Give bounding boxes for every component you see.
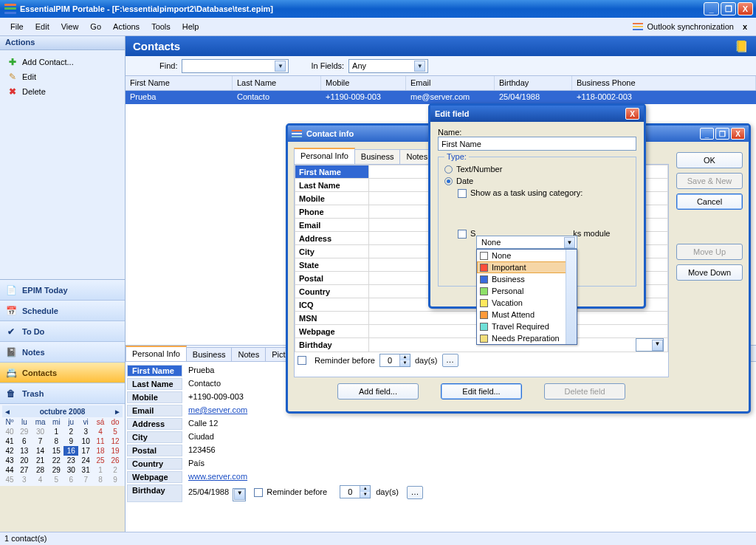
menu-edit[interactable]: Edit [30, 20, 55, 33]
birthday-dropdown[interactable]: ▼ [233, 488, 246, 501]
col-email[interactable]: Email [406, 76, 495, 90]
trash-icon: 🗑 [6, 388, 16, 399]
infields-label: In Fields: [311, 61, 344, 70]
ci-close[interactable]: X [731, 128, 745, 140]
dropdown-item[interactable]: None [477, 250, 577, 261]
reminder-days-spin[interactable]: ▲▼ [340, 485, 371, 498]
category-selected: None [481, 238, 501, 247]
left-panel: Actions ✚ Add Contact... ✎ Edit ✖ Delete… [0, 36, 126, 532]
ci-reminder-check[interactable] [298, 356, 306, 365]
dropdown-item[interactable]: Must Attend [477, 309, 577, 321]
chevron-down-icon: ▼ [414, 61, 425, 72]
category-dropdown[interactable]: NoneImportantBusinessPersonalVacationMus… [476, 249, 577, 345]
lbl-email: Email [127, 405, 182, 417]
outlook-sync-label: Outlook synchronization [647, 22, 733, 31]
grid-header[interactable]: First Name Last Name Mobile Email Birthd… [126, 76, 756, 91]
lbl-postal: Postal [127, 445, 182, 456]
category-combo[interactable]: None ▼ [476, 236, 577, 249]
dropdown-item[interactable]: Business [477, 273, 577, 285]
nav-schedule[interactable]: 📅Schedule [0, 301, 125, 321]
dropdown-scrollbar[interactable] [566, 250, 577, 344]
book-icon: 📒 [735, 40, 749, 53]
nav-trash-label: Trash [22, 389, 44, 398]
chevron-down-icon: ▼ [564, 237, 575, 248]
nav-trash[interactable]: 🗑Trash [0, 383, 125, 404]
ef-close[interactable]: X [625, 108, 639, 120]
reminder-days-input[interactable] [340, 486, 360, 498]
dropdown-item[interactable]: Needs Preparation [477, 332, 577, 344]
outlook-sync[interactable]: Outlook synchronization [628, 21, 738, 32]
nav-contacts[interactable]: 📇Contacts [0, 363, 125, 383]
tab-personal[interactable]: Personal Info [126, 346, 187, 361]
ef-name-input[interactable] [438, 137, 636, 151]
cell-mobile: +1190-009-003 [321, 91, 406, 104]
reminder-checkbox[interactable] [254, 488, 263, 497]
col-businessphone[interactable]: Business Phone [572, 76, 756, 90]
nav-epim-today[interactable]: 📄EPIM Today [0, 280, 125, 301]
menu-file[interactable]: File [4, 20, 30, 33]
ci-maximize[interactable]: ❐ [715, 128, 729, 140]
actions-header: Actions [0, 36, 125, 50]
calendar-table[interactable]: Nºlumamijuvisádo402930123454167891011124… [2, 417, 123, 484]
action-edit[interactable]: ✎ Edit [6, 69, 119, 84]
col-birthday[interactable]: Birthday [495, 76, 572, 90]
table-row[interactable]: Prueba Contacto +1190-009-003 me@server.… [126, 91, 756, 104]
nav-todo[interactable]: ✔To Do [0, 321, 125, 342]
ci-days-label: day(s) [415, 356, 438, 365]
ci-days-spin[interactable]: ▲▼ [379, 354, 410, 367]
ci-tab-business[interactable]: Business [354, 149, 401, 164]
menu-help[interactable]: Help [176, 20, 205, 33]
contacts-title: Contacts [133, 40, 180, 52]
move-down-button[interactable]: Move Down [676, 264, 743, 281]
dropdown-item[interactable]: Vacation [477, 297, 577, 309]
action-add-contact[interactable]: ✚ Add Contact... [6, 55, 119, 69]
ci-more-button[interactable]: … [442, 354, 458, 367]
dropdown-item[interactable]: Important [477, 261, 577, 273]
maximize-button[interactable]: ❐ [721, 2, 736, 16]
days-label: day(s) [376, 487, 399, 496]
menu-view[interactable]: View [55, 20, 85, 33]
cancel-button[interactable]: Cancel [676, 193, 743, 210]
close-button[interactable]: X [738, 2, 753, 16]
ci-minimize[interactable]: _ [700, 128, 714, 140]
ci-days-input[interactable] [380, 354, 399, 366]
nav-notes[interactable]: 📓Notes [0, 342, 125, 363]
col-firstname[interactable]: First Name [126, 76, 233, 90]
close-child-button[interactable]: x [738, 22, 752, 31]
col-mobile[interactable]: Mobile [321, 76, 406, 90]
more-button[interactable]: … [407, 486, 423, 499]
ef-radio-date[interactable]: Date [444, 176, 630, 185]
ef-type-legend: Type: [444, 152, 469, 161]
add-field-button[interactable]: Add field... [337, 383, 419, 400]
dropdown-item[interactable]: Personal [477, 285, 577, 297]
lbl-last: Last Name [127, 378, 182, 390]
action-delete[interactable]: ✖ Delete [6, 84, 119, 99]
menu-tools[interactable]: Tools [145, 20, 176, 33]
window-icon [292, 130, 302, 137]
edit-field-button[interactable]: Edit field... [441, 383, 522, 400]
tab-business[interactable]: Business [186, 347, 233, 361]
col-lastname[interactable]: Last Name [233, 76, 321, 90]
ef-task-check[interactable] [458, 189, 467, 198]
ef-todo-check[interactable] [458, 230, 467, 239]
find-combo[interactable]: ▼ [182, 59, 289, 73]
menu-go[interactable]: Go [84, 20, 107, 33]
ci-tab-personal[interactable]: Personal Info [294, 148, 355, 164]
cal-prev[interactable]: ◄ [4, 408, 11, 416]
action-add-label: Add Contact... [22, 58, 74, 66]
infields-combo[interactable]: Any▼ [348, 59, 428, 73]
ef-radio-text[interactable]: Text/Number [444, 165, 630, 174]
move-up-button: Move Up [676, 244, 743, 260]
tab-notes[interactable]: Notes [231, 347, 266, 361]
lbl-country: Country [127, 458, 182, 470]
mini-calendar[interactable]: ◄ octubre 2008 ► Nºlumamijuvisádo4029301… [0, 404, 125, 486]
minimize-button[interactable]: _ [704, 2, 719, 16]
ci-title: Contact info [306, 129, 354, 138]
dropdown-item[interactable]: Travel Required [477, 321, 577, 332]
val-webpage[interactable]: www.server.com [184, 471, 755, 483]
save-new-button: Save & New [676, 173, 743, 189]
val-city: Ciudad [184, 431, 755, 443]
menu-actions[interactable]: Actions [107, 20, 145, 33]
ok-button[interactable]: OK [676, 152, 743, 168]
cal-next[interactable]: ► [114, 408, 121, 416]
